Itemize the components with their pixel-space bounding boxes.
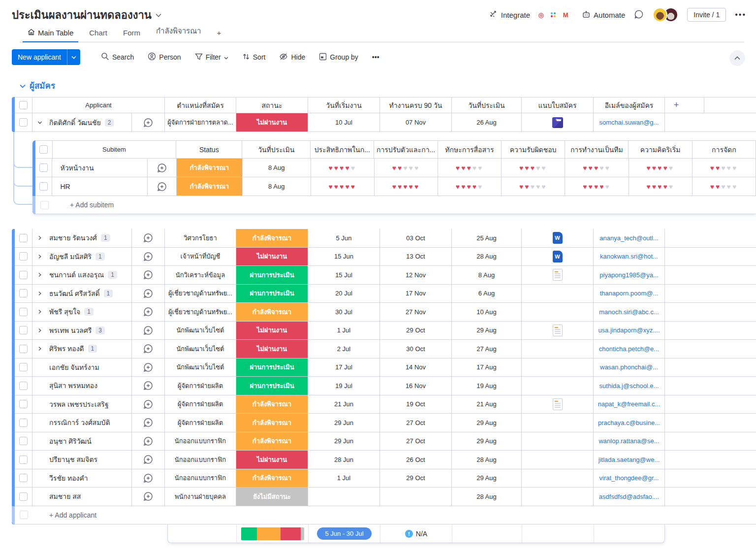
filter-button[interactable]: Filter: [190, 49, 233, 65]
status-cell[interactable]: กำลังพิจารณา: [177, 177, 243, 196]
add-applicant-row[interactable]: + Add applicant: [15, 506, 756, 525]
subitem-name-cell[interactable]: หัวหน้างาน: [52, 159, 148, 177]
applicant-name-cell[interactable]: วรพล เพชรประเสริฐ: [32, 395, 132, 414]
date-cell[interactable]: 1 Jul: [308, 469, 380, 488]
add-update-button[interactable]: [132, 451, 165, 469]
row-checkbox[interactable]: [19, 456, 28, 464]
automate-button[interactable]: Automate: [582, 10, 625, 20]
rating-hearts[interactable]: ♥♥♥♥♥: [456, 164, 484, 172]
status-cell[interactable]: กำลังพิจารณา: [177, 159, 243, 177]
updates-button[interactable]: [634, 9, 644, 21]
tab-main-table[interactable]: Main Table: [20, 29, 81, 42]
status-segment-considering[interactable]: [257, 527, 281, 540]
date-cell[interactable]: 19 Aug: [452, 377, 522, 395]
position-cell[interactable]: เจ้าหน้าที่บัญชี: [165, 248, 236, 266]
date-cell[interactable]: 26 Aug: [452, 113, 522, 131]
gmail-app-icon[interactable]: M: [558, 7, 573, 23]
expand-subitems-icon[interactable]: [37, 291, 42, 296]
row-checkbox[interactable]: [19, 234, 28, 242]
document-preview-icon[interactable]: [553, 398, 563, 410]
applicant-name-cell[interactable]: ศิริพร ทองดี1: [32, 340, 132, 358]
email-cell[interactable]: wasan.phonchai@...: [594, 358, 665, 377]
date-cell[interactable]: 1 Jul: [308, 322, 380, 340]
column-header[interactable]: Status: [176, 141, 242, 158]
add-update-button[interactable]: [132, 322, 165, 340]
date-cell[interactable]: 13 Oct: [380, 248, 452, 266]
email-cell[interactable]: ananya_tech@outl...: [594, 229, 665, 247]
date-cell[interactable]: 28 Aug: [452, 488, 522, 506]
row-checkbox[interactable]: [19, 271, 28, 279]
date-cell[interactable]: 14 Nov: [380, 358, 452, 377]
rating-hearts[interactable]: ♥♥♥♥♥: [519, 164, 547, 172]
status-cell[interactable]: กำลังพิจารณา: [236, 303, 308, 321]
row-checkbox[interactable]: [39, 163, 48, 172]
row-checkbox[interactable]: [19, 326, 28, 334]
person-filter-button[interactable]: Person: [143, 49, 186, 65]
status-cell[interactable]: กำลังพิจารณา: [236, 432, 308, 451]
column-header[interactable]: ทักษะการสื่อสาร: [438, 141, 502, 158]
rating-hearts[interactable]: ♥♥♥♥♥: [392, 183, 420, 191]
column-header[interactable]: อีเมล์ของผู้สมัคร: [594, 98, 665, 113]
row-checkbox[interactable]: [19, 118, 28, 127]
status-cell[interactable]: ไม่ผ่านงาน: [236, 248, 308, 266]
expand-subitems-icon[interactable]: [37, 328, 42, 333]
file-cell[interactable]: [522, 414, 594, 432]
status-cell[interactable]: ไม่ผ่านงาน: [236, 322, 308, 340]
status-cell[interactable]: กำลังพิจารณา: [236, 414, 308, 432]
status-cell[interactable]: ผ่านการประเมิน: [236, 358, 308, 377]
applicant-name-cell[interactable]: สมชาย สส: [32, 488, 132, 506]
column-header[interactable]: วันที่เริ่มงาน: [308, 98, 380, 113]
email-cell[interactable]: virat_thongdee@gr...: [594, 469, 665, 488]
slack-app-icon[interactable]: [546, 7, 561, 23]
applicant-name-cell[interactable]: เอกชัย จันทร์งาม: [32, 358, 132, 377]
tab-chart[interactable]: Chart: [81, 29, 115, 42]
date-cell[interactable]: 29 Aug: [452, 469, 522, 488]
new-applicant-button[interactable]: New applicant: [12, 49, 80, 65]
add-update-button[interactable]: [132, 358, 165, 377]
date-cell[interactable]: 29 Aug: [452, 414, 522, 432]
status-cell[interactable]: ไม่ผ่านงาน: [236, 113, 308, 131]
date-cell[interactable]: 27 Oct: [380, 432, 452, 451]
rating-cell[interactable]: ♥♥♥♥♥: [311, 177, 375, 196]
group-title[interactable]: ผู้สมัคร: [30, 79, 55, 92]
date-cell[interactable]: 30 Oct: [380, 340, 452, 358]
column-header[interactable]: วันที่ประเมิน: [242, 141, 311, 158]
email-cell[interactable]: suthida.j@school.e...: [594, 377, 665, 395]
date-cell[interactable]: 26 Oct: [380, 451, 452, 469]
file-cell[interactable]: W: [522, 229, 594, 247]
date-cell[interactable]: 10 Aug: [452, 303, 522, 321]
row-checkbox[interactable]: [19, 492, 28, 501]
date-cell[interactable]: 25 Aug: [452, 229, 522, 247]
date-cell[interactable]: 12 Nov: [380, 266, 452, 284]
applicant-name-cell[interactable]: กิตติศักดิ์ วัฒนชัย2: [32, 113, 132, 131]
applicant-name-cell[interactable]: วีรชัย ทองคำ: [32, 469, 132, 488]
date-cell[interactable]: 10 Jul: [308, 113, 380, 131]
column-header[interactable]: การปรับตัวและกา...: [374, 141, 438, 158]
rating-cell[interactable]: ♥♥♥♥♥: [438, 159, 502, 177]
applicant-name-cell[interactable]: สุนิสา พรหมทอง: [32, 377, 132, 395]
date-cell[interactable]: 28 Jun: [308, 451, 380, 469]
add-update-button[interactable]: [132, 229, 165, 247]
row-checkbox[interactable]: [19, 308, 28, 316]
date-cell[interactable]: 5 Jun: [308, 229, 380, 247]
file-cell[interactable]: [522, 377, 594, 395]
applicant-name-cell[interactable]: พรเทพ นวลศรี3: [32, 322, 132, 340]
date-cell[interactable]: 07 Nov: [380, 113, 452, 131]
add-update-button[interactable]: [132, 248, 165, 266]
applicant-name-cell[interactable]: กรรณิการ์ วงศ์สมบัติ: [32, 414, 132, 432]
position-cell[interactable]: ผู้จัดการฝ่ายผลิต: [165, 414, 236, 432]
file-cell[interactable]: [522, 340, 594, 358]
status-cell[interactable]: กำลังพิจารณา: [236, 469, 308, 488]
rating-cell[interactable]: ♥♥♥♥♥: [693, 159, 756, 177]
file-cell[interactable]: W: [522, 248, 594, 266]
rating-cell[interactable]: ♥♥♥♥♥: [502, 159, 565, 177]
row-checkbox[interactable]: [39, 145, 48, 154]
row-checkbox[interactable]: [19, 363, 28, 371]
group-chevron-down-icon[interactable]: [20, 81, 26, 90]
applicant-name-cell[interactable]: สมชาย รัตนวงศ์1: [32, 229, 132, 247]
expand-subitems-icon[interactable]: [37, 346, 42, 351]
row-checkbox[interactable]: [19, 474, 28, 482]
column-header[interactable]: แนบใบสมัคร: [522, 98, 594, 113]
rating-hearts[interactable]: ♥♥♥♥♥: [328, 183, 356, 191]
position-cell[interactable]: นักออกแบบกราฟิก: [165, 451, 236, 469]
